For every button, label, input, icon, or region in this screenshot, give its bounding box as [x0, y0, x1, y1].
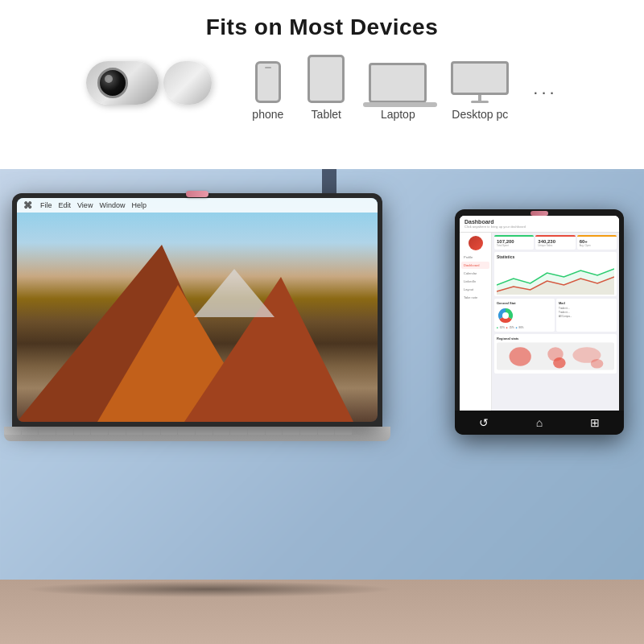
nav-dashboard[interactable]: Dashboard [461, 262, 489, 269]
home-icon[interactable]: ⌂ [536, 416, 543, 429]
svg-point-7 [553, 357, 566, 369]
world-map-svg [497, 342, 614, 370]
tablet-label: Tablet [312, 108, 341, 121]
device-laptop: Laptop [369, 63, 427, 121]
laptop-camera-cover [186, 191, 208, 197]
chart-title: Statistics [497, 254, 614, 259]
more-devices-icon: ··· [533, 82, 557, 103]
stats-cards: 107,200 Total Spent 340,230 Unique Sales… [494, 235, 617, 250]
pie-chart-svg [497, 307, 514, 324]
mountain-snow [194, 269, 275, 317]
device-desktop: Desktop pc [451, 61, 509, 121]
laptop-icon [369, 63, 427, 103]
tablet-screen: Dashboard Click anywhere to bring up you… [460, 216, 619, 428]
bottom-section: ⌘ File Edit View Window Help [0, 169, 644, 644]
menubar-help: Help [131, 201, 147, 209]
key [300, 427, 317, 435]
laptop-menubar: ⌘ File Edit View Window Help [17, 198, 378, 213]
desktop-base-icon [471, 101, 489, 103]
stat-card-1: 340,230 Unique Sales [535, 235, 575, 250]
dashboard-header: Dashboard Click anywhere to bring up you… [460, 216, 619, 233]
desktop-stand-icon [478, 95, 481, 101]
tablet-bottom-bar: ↺ ⌂ ⊞ [455, 411, 624, 435]
dashboard-sidebar: Profile Dashboard Calendar LinkedIn Layo… [460, 233, 492, 423]
keyboard-keys [4, 427, 352, 435]
nav-profile[interactable]: Profile [461, 254, 489, 261]
apps-icon[interactable]: ⊞ [590, 416, 600, 429]
gen-stat-title: General Stat [497, 301, 552, 305]
tablet-device: Dashboard Click anywhere to bring up you… [455, 209, 632, 435]
menubar-file: File [40, 201, 52, 209]
regional-stats: Regional stats [494, 334, 617, 374]
product-illustration [86, 61, 212, 105]
apple-menu-icon: ⌘ [23, 200, 32, 211]
key [266, 427, 283, 435]
desktop-icon [451, 61, 509, 103]
nav-takenote[interactable]: Take note [461, 294, 489, 301]
key [109, 427, 126, 435]
mail-item-1: Trader it... [559, 311, 614, 314]
stat-label-1: Unique Sales [538, 244, 572, 247]
key [161, 427, 178, 435]
dashboard-subtitle: Click anywhere to bring up your dashboar… [464, 225, 614, 229]
camera-cover-with-lens [86, 61, 159, 105]
stat-label-2: Avg. Open [580, 244, 614, 247]
laptop-base [4, 427, 390, 441]
camera-lens-icon [97, 68, 128, 98]
desktop-screen-icon [451, 61, 509, 95]
key [4, 427, 21, 435]
svg-point-3 [502, 312, 509, 319]
mail-item-2: All Compa... [559, 315, 614, 318]
menubar-edit: Edit [59, 201, 72, 209]
key [178, 427, 195, 435]
key [318, 427, 335, 435]
device-phone: phone [252, 61, 283, 121]
nav-calendar[interactable]: Calendar [461, 270, 489, 277]
nav-layout[interactable]: Layout [461, 286, 489, 293]
mail-item-0: Trader it... [559, 307, 614, 310]
laptop-label: Laptop [381, 108, 415, 121]
key [39, 427, 56, 435]
dashboard-main: 107,200 Total Spent 340,230 Unique Sales… [492, 233, 619, 423]
statistics-chart: Statistics [494, 252, 617, 296]
pie-legend: ■63% ■25% ■86% [497, 326, 552, 329]
device-tablet: Tablet [308, 55, 345, 121]
back-icon[interactable]: ↺ [479, 416, 489, 429]
menubar-view: View [77, 201, 93, 209]
laptop-body: ⌘ File Edit View Window Help [12, 193, 382, 427]
regional-title: Regional stats [497, 336, 614, 341]
devices-row: phone Tablet Laptop Desktop pc ··· [86, 55, 557, 129]
desktop-label: Desktop pc [452, 108, 508, 121]
general-stats: General Stat ■63% [494, 299, 617, 332]
general-stat-box-1: Mail Trader it... Trader it... All Compa… [556, 299, 617, 332]
key [143, 427, 160, 435]
tablet-icon [308, 55, 345, 103]
svg-point-9 [591, 359, 604, 369]
mail-title: Mail [559, 301, 614, 305]
tablet-camera-cover [530, 211, 548, 216]
stat-card-2: 60+ Avg. Open [577, 235, 617, 250]
cover-slider-icon [163, 61, 212, 105]
dashboard-content: Profile Dashboard Calendar LinkedIn Layo… [460, 233, 619, 423]
key [213, 427, 230, 435]
user-avatar [469, 236, 483, 250]
top-section: Fits on Most Devices phone Tablet Laptop [0, 0, 644, 169]
page-title: Fits on Most Devices [206, 14, 439, 40]
phone-label: phone [252, 108, 283, 121]
stat-card-0: 107,200 Total Spent [494, 235, 534, 250]
key [230, 427, 247, 435]
key [196, 427, 213, 435]
key [22, 427, 39, 435]
key [248, 427, 265, 435]
svg-point-5 [510, 347, 531, 365]
key [126, 427, 143, 435]
laptop-wallpaper [17, 198, 378, 422]
menubar-items: File Edit View Window Help [40, 201, 147, 209]
phone-icon [255, 61, 281, 103]
menubar-window: Window [99, 201, 125, 209]
laptop-device: ⌘ File Edit View Window Help [12, 193, 415, 441]
key [283, 427, 299, 435]
mail-content: Trader it... Trader it... All Compa... [559, 307, 614, 318]
nav-linkedin[interactable]: LinkedIn [461, 278, 489, 285]
tablet-body: Dashboard Click anywhere to bring up you… [455, 209, 624, 435]
